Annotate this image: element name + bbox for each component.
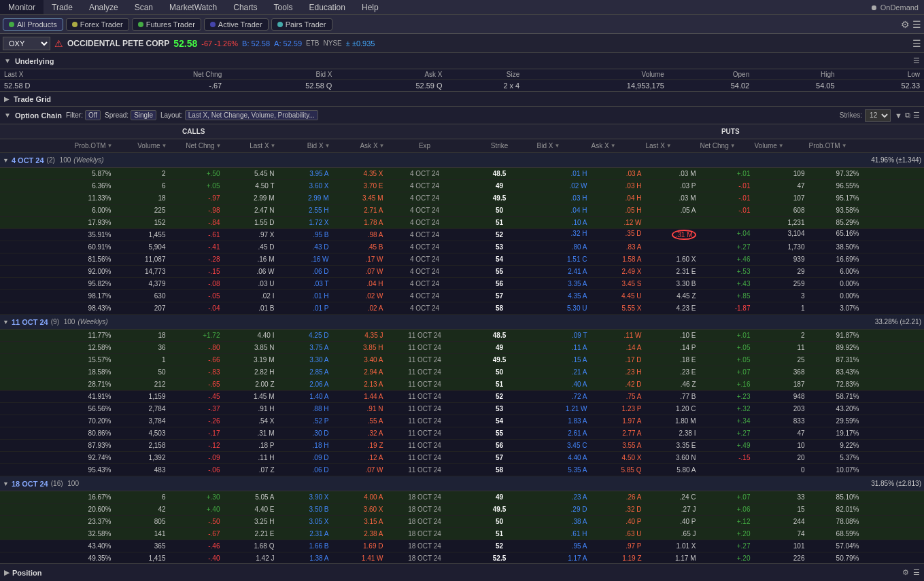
data-row[interactable]: 92.74% 1,392 -.09 .11 H .09 D .12 A 11 O… [0, 452, 924, 464]
data-row[interactable]: 6.36% 6 +.05 4.50 T 3.60 X 3.70 E 4 OCT … [0, 180, 924, 192]
expiry-row-0[interactable]: ▼ 4 OCT 24 (2) 100 (Weeklys) 41.96% (±1.… [0, 153, 924, 168]
data-row[interactable]: 81.56% 11,087 -.28 .16 M .16 W .17 W 4 O… [0, 253, 924, 266]
data-row[interactable]: 80.86% 4,503 -.17 .31 M .30 D .32 A 11 O… [0, 427, 924, 440]
calls-col-bidx[interactable]: Bid X▼ [279, 142, 333, 149]
nav-charts[interactable]: Charts [225, 0, 265, 14]
all-products-button[interactable]: All Products [3, 18, 63, 31]
active-trader-button[interactable]: Active Trader [204, 18, 269, 31]
puts-data-0-7: 1.51 C 1.58 A 1.60 X +.46 939 16.69% [537, 256, 925, 263]
call-bidx: 3.95 A [279, 170, 333, 177]
oc-layout-value[interactable]: Last X, Net Change, Volume, Probability.… [185, 110, 318, 120]
strikes-select[interactable]: 12 [865, 109, 891, 122]
data-row[interactable]: 95.82% 4,379 -.08 .03 U .03 T .04 H 4 OC… [0, 278, 924, 290]
call-bidx: 2.06 A [279, 381, 333, 388]
data-row[interactable]: 23.37% 805 -.50 3.25 H 3.05 X 3.15 A 18 … [0, 516, 924, 528]
nav-analyze[interactable]: Analyze [81, 0, 126, 14]
underlying-header[interactable]: ▼ Underlying ☰ [0, 53, 924, 69]
data-row[interactable]: 95.43% 483 -.06 .07 Z .06 D .07 W 11 OCT… [0, 464, 924, 476]
strike-cell: 50 [462, 518, 537, 525]
nav-help[interactable]: Help [354, 0, 387, 14]
data-row[interactable]: 12.58% 36 -.80 3.85 N 3.75 A 3.85 H 11 O… [0, 342, 924, 354]
position-menu-icon[interactable]: ☰ [913, 568, 920, 577]
oc-menu-icon[interactable]: ☰ [913, 111, 920, 120]
data-row[interactable]: 32.58% 141 -.67 2.21 E 2.31 A 2.38 A 18 … [0, 528, 924, 540]
data-row[interactable]: 15.57% 1 -.66 3.19 M 3.30 A 3.40 A 11 OC… [0, 354, 924, 366]
nav-marketwatch[interactable]: MarketWatch [161, 0, 225, 14]
data-row[interactable]: 16.67% 6 +.30 5.05 A 3.90 X 4.00 A 18 OC… [0, 491, 924, 504]
calls-col-lastx[interactable]: Last X▼ [224, 142, 279, 149]
oc-copy-icon[interactable]: ⧉ [905, 111, 910, 120]
oc-filter-value[interactable]: Off [85, 110, 101, 120]
data-row[interactable]: 87.93% 2,158 -.12 .18 P .18 H .19 Z 11 O… [0, 440, 924, 452]
position-label[interactable]: ▶ Position [4, 569, 41, 577]
calls-data-1-5: 41.91% 1,159 -.45 1.45 M 1.40 A 1.44 A [0, 393, 388, 400]
futures-trader-button[interactable]: Futures Trader [132, 18, 201, 31]
gear-icon[interactable]: ⚙ [901, 19, 910, 30]
data-row[interactable]: 41.91% 1,159 -.45 1.45 M 1.40 A 1.44 A 1… [0, 391, 924, 403]
calls-col-probotm[interactable]: Prob.OTM▼ [61, 142, 116, 149]
symbol-select[interactable]: OXY [3, 37, 50, 50]
column-headers: Prob.OTM▼ Volume▼ Net Chng▼ Last X▼ Bid … [0, 139, 924, 153]
data-row[interactable]: 43.40% 365 -.46 1.68 Q 1.66 B 1.69 D 18 … [0, 540, 924, 552]
put-askx: .40 P [592, 518, 646, 525]
puts-col-volume[interactable]: Volume▼ [755, 142, 809, 149]
symbol-bar-menu[interactable]: ☰ [912, 38, 921, 49]
calls-col-netchng[interactable]: Net Chng▼ [170, 142, 224, 149]
trade-grid-header[interactable]: ▶ Trade Grid [0, 92, 924, 107]
expiry-prob-1: 33.28% (±2.21) [875, 318, 921, 325]
expiry-tag-1: (Weeklys) [78, 318, 107, 325]
data-row[interactable]: 18.58% 50 -.83 2.82 H 2.85 A 2.94 A 11 O… [0, 366, 924, 378]
data-row[interactable]: 5.87% 2 +.50 5.45 N 3.95 A 4.35 X 4 OCT … [0, 168, 924, 180]
expiry-row-1[interactable]: ▼ 11 OCT 24 (9) 100 (Weeklys) 33.28% (±2… [0, 315, 924, 330]
data-row[interactable]: 11.33% 18 -.97 2.99 M 2.99 M 3.45 M 4 OC… [0, 192, 924, 205]
puts-col-probotm[interactable]: Prob.OTM▼ [809, 142, 863, 149]
puts-col-askx[interactable]: Ask X▼ [592, 142, 646, 149]
pairs-trader-button[interactable]: Pairs Trader [271, 18, 332, 31]
data-row[interactable]: 98.43% 207 -.04 .01 B .01 P .02 A 4 OCT … [0, 302, 924, 315]
data-row[interactable]: 20.60% 42 +.40 4.40 E 3.50 B 3.60 X 18 O… [0, 504, 924, 516]
call-lastx: .16 M [224, 256, 279, 263]
call-netchng: -.65 [170, 381, 224, 388]
center-col-exp[interactable]: Exp [388, 142, 462, 149]
center-col-strike[interactable]: Strike [462, 142, 537, 149]
data-row[interactable]: 35.91% 1,455 -.61 .97 X .95 B .98 A 4 OC… [0, 229, 924, 241]
nav-trade[interactable]: Trade [44, 0, 81, 14]
puts-col-netchng[interactable]: Net Chng▼ [700, 142, 755, 149]
oc-spread-value[interactable]: Single [131, 110, 156, 120]
nav-tools[interactable]: Tools [266, 0, 301, 14]
put-volume: 47 [755, 429, 809, 437]
data-row[interactable]: 70.20% 3,784 -.26 .54 X .52 P .55 A 11 O… [0, 415, 924, 427]
puts-col-lastx[interactable]: Last X▼ [646, 142, 700, 149]
puts-col-bidx[interactable]: Bid X▼ [537, 142, 592, 149]
data-row[interactable]: 28.71% 212 -.65 2.00 Z 2.06 A 2.13 A 11 … [0, 378, 924, 391]
nav-education[interactable]: Education [301, 0, 354, 14]
center-data-1-8: 11 OCT 24 55 [388, 429, 537, 437]
put-lastx: .77 B [646, 393, 700, 400]
forex-trader-button[interactable]: Forex Trader [66, 18, 129, 31]
menu-icon[interactable]: ☰ [912, 19, 921, 30]
active-label: Active Trader [218, 20, 262, 29]
calls-data-0-0: 5.87% 2 +.50 5.45 N 3.95 A 4.35 X [0, 170, 388, 177]
call-bidx: 3.05 X [279, 518, 333, 525]
calls-col-askx[interactable]: Ask X▼ [333, 142, 388, 149]
expiry-row-2[interactable]: ▼ 18 OCT 24 (16) 100 31.85% (±2.813) [0, 476, 924, 491]
data-row[interactable]: 60.91% 5,904 -.41 .45 D .43 D .45 B 4 OC… [0, 241, 924, 253]
put-probotm: 5.37% [809, 454, 863, 461]
puts-header: PUTS [537, 128, 925, 135]
data-row[interactable]: 17.93% 152 -.84 1.55 D 1.72 X 1.78 A 4 O… [0, 217, 924, 229]
data-row[interactable]: 56.56% 2,784 -.37 .91 H .88 H .91 N 11 O… [0, 403, 924, 415]
oc-filter-icon[interactable]: ▼ [895, 111, 902, 120]
position-gear-icon[interactable]: ⚙ [902, 568, 909, 577]
nav-monitor[interactable]: Monitor [0, 0, 44, 14]
expiry-chevron-1: ▼ [3, 319, 9, 325]
data-row[interactable]: 6.00% 225 -.98 2.47 N 2.55 H 2.71 A 4 OC… [0, 205, 924, 217]
call-askx: 3.70 E [333, 182, 388, 190]
data-row[interactable]: 11.77% 18 +1.72 4.40 I 4.25 D 4.35 J 11 … [0, 330, 924, 342]
underlying-menu[interactable]: ☰ [913, 56, 920, 65]
data-row[interactable]: 92.00% 14,773 -.15 .06 W .06 D .07 W 4 O… [0, 266, 924, 278]
ondemand-button[interactable]: ⏺ OnDemand [870, 3, 919, 12]
calls-col-volume[interactable]: Volume▼ [116, 142, 170, 149]
data-row[interactable]: 98.17% 630 -.05 .02 I .01 H .02 W 4 OCT … [0, 290, 924, 302]
nav-scan[interactable]: Scan [126, 0, 161, 14]
call-askx: 3.85 H [333, 344, 388, 351]
